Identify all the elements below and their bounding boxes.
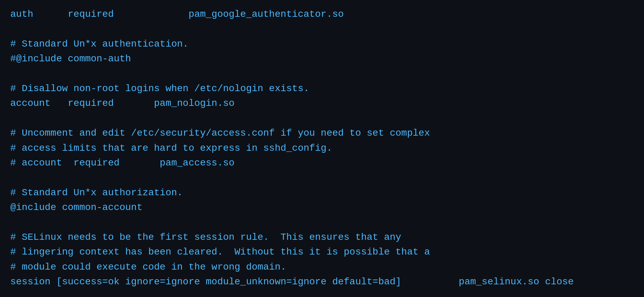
code-line-17: # lingering context has been cleared. Wi… [10, 245, 634, 259]
code-line-7: account required pam_nologin.so [10, 96, 634, 111]
code-line-13: # Standard Un*x authorization. [10, 185, 634, 200]
code-line-4: #@include common-auth [10, 51, 634, 66]
code-line-15 [10, 215, 634, 230]
code-line-2 [10, 22, 634, 36]
code-line-5 [10, 66, 634, 81]
code-line-16: # SELinux needs to be the first session … [10, 230, 634, 245]
code-line-14: @include common-account [10, 200, 634, 215]
code-line-11: # account required pam_access.so [10, 156, 634, 170]
code-line-8 [10, 111, 634, 126]
code-line-20 [10, 289, 634, 297]
code-line-12 [10, 170, 634, 185]
code-line-6: # Disallow non-root logins when /etc/nol… [10, 81, 634, 96]
code-editor: auth required pam_google_authenticator.s… [10, 7, 634, 297]
code-line-3: # Standard Un*x authentication. [10, 37, 634, 51]
code-line-18: # module could execute code in the wrong… [10, 260, 634, 274]
code-line-10: # access limits that are hard to express… [10, 141, 634, 156]
code-line-1: auth required pam_google_authenticator.s… [10, 7, 634, 22]
code-line-9: # Uncomment and edit /etc/security/acces… [10, 126, 634, 140]
code-line-19: session [success=ok ignore=ignore module… [10, 274, 634, 289]
